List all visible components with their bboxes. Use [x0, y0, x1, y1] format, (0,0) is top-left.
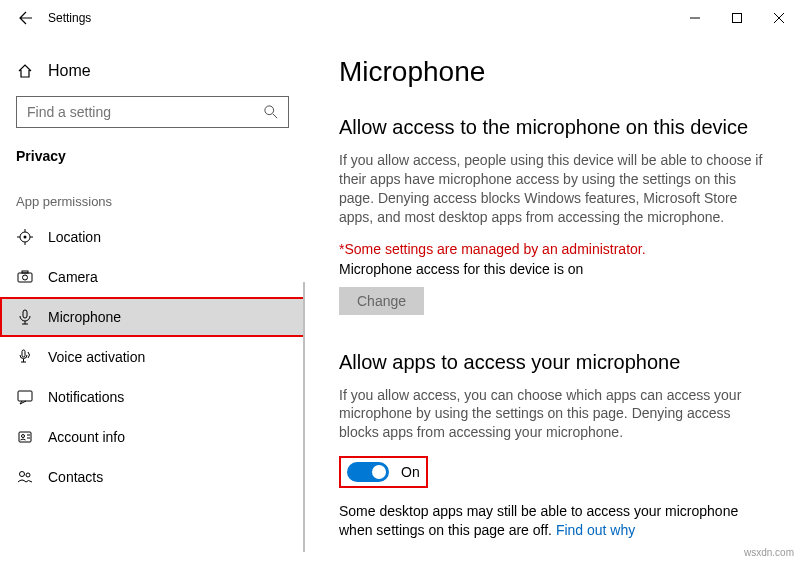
sidebar-item-label: Voice activation — [48, 349, 145, 365]
svg-rect-1 — [733, 14, 742, 23]
sidebar-category: Privacy — [0, 142, 305, 188]
search-input[interactable] — [27, 104, 264, 120]
account-icon — [16, 428, 34, 446]
apps-access-toggle-wrap: On — [339, 456, 428, 488]
svg-rect-15 — [23, 310, 27, 318]
watermark: wsxdn.com — [744, 547, 794, 558]
sidebar-item-camera[interactable]: Camera — [0, 257, 305, 297]
maximize-icon — [732, 13, 742, 23]
toggle-knob — [372, 465, 386, 479]
content: Home Privacy App permissions Location Ca… — [0, 36, 800, 562]
find-out-why-link[interactable]: Find out why — [556, 522, 635, 538]
titlebar: Settings — [0, 0, 800, 36]
close-icon — [774, 13, 784, 23]
section1-heading: Allow access to the microphone on this d… — [339, 116, 766, 139]
back-button[interactable] — [8, 0, 44, 36]
contacts-icon — [16, 468, 34, 486]
svg-rect-18 — [19, 432, 31, 442]
svg-point-13 — [23, 275, 28, 280]
svg-point-19 — [22, 435, 25, 438]
sidebar-item-account-info[interactable]: Account info — [0, 417, 305, 457]
minimize-icon — [690, 13, 700, 23]
sidebar-item-voice-activation[interactable]: Voice activation — [0, 337, 305, 377]
sidebar-item-contacts[interactable]: Contacts — [0, 457, 305, 497]
sidebar-item-label: Account info — [48, 429, 125, 445]
sidebar-item-label: Contacts — [48, 469, 103, 485]
svg-point-4 — [265, 106, 274, 115]
sidebar-item-microphone[interactable]: Microphone — [0, 297, 305, 337]
change-button[interactable]: Change — [339, 287, 424, 315]
sidebar-home-label: Home — [48, 62, 91, 80]
desktop-note-text: Some desktop apps may still be able to a… — [339, 503, 738, 538]
notifications-icon — [16, 388, 34, 406]
svg-point-23 — [26, 473, 30, 477]
window-controls — [674, 0, 800, 36]
page-title: Microphone — [339, 56, 766, 88]
minimize-button[interactable] — [674, 0, 716, 36]
svg-rect-16 — [22, 350, 25, 357]
main-panel: Microphone Allow access to the microphon… — [305, 36, 800, 562]
svg-point-22 — [20, 472, 25, 477]
search-icon — [264, 105, 278, 119]
svg-rect-12 — [18, 273, 32, 282]
device-access-status: Microphone access for this device is on — [339, 261, 766, 277]
search-box[interactable] — [16, 96, 289, 128]
close-button[interactable] — [758, 0, 800, 36]
mic-icon — [16, 308, 34, 326]
home-icon — [16, 62, 34, 80]
svg-line-5 — [273, 114, 277, 118]
maximize-button[interactable] — [716, 0, 758, 36]
sidebar-item-label: Camera — [48, 269, 98, 285]
sidebar-section-header: App permissions — [0, 188, 305, 217]
sidebar-item-notifications[interactable]: Notifications — [0, 377, 305, 417]
toggle-state-label: On — [401, 464, 420, 480]
location-icon — [16, 228, 34, 246]
admin-warning: *Some settings are managed by an adminis… — [339, 241, 766, 257]
sidebar-item-location[interactable]: Location — [0, 217, 305, 257]
back-arrow-icon — [18, 10, 34, 26]
app-title: Settings — [48, 11, 91, 25]
sidebar-item-home[interactable]: Home — [0, 56, 305, 86]
sidebar-scrollbar[interactable] — [303, 282, 305, 552]
svg-point-7 — [24, 236, 27, 239]
svg-rect-17 — [18, 391, 32, 401]
sidebar-item-label: Microphone — [48, 309, 121, 325]
desktop-apps-note: Some desktop apps may still be able to a… — [339, 502, 766, 540]
section1-desc: If you allow access, people using this d… — [339, 151, 766, 227]
section2-desc: If you allow access, you can choose whic… — [339, 386, 766, 443]
section2-heading: Allow apps to access your microphone — [339, 351, 766, 374]
sidebar-item-label: Location — [48, 229, 101, 245]
sidebar-item-label: Notifications — [48, 389, 124, 405]
svg-rect-14 — [22, 271, 28, 273]
camera-icon — [16, 268, 34, 286]
sidebar: Home Privacy App permissions Location Ca… — [0, 36, 305, 562]
apps-access-toggle[interactable] — [347, 462, 389, 482]
voice-icon — [16, 348, 34, 366]
